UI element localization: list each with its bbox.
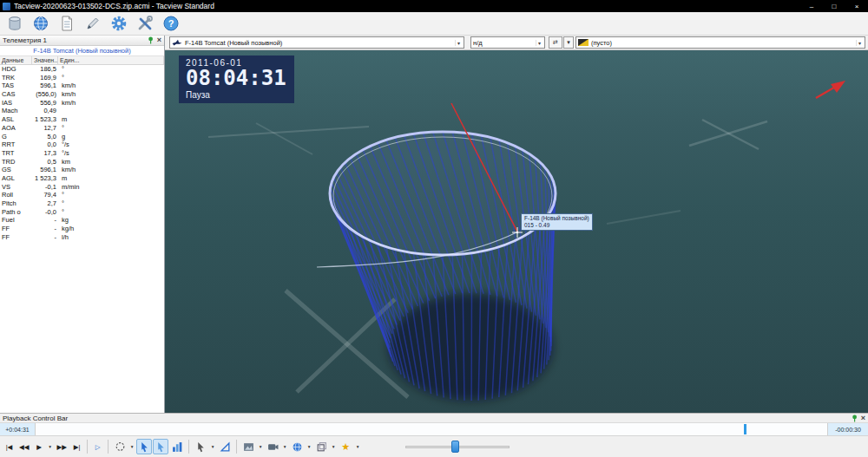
column-header-value[interactable]: Значен... [32,56,58,64]
close-icon[interactable]: × [157,36,161,44]
settings-button[interactable] [107,14,130,34]
camera-view-button[interactable] [265,439,280,454]
chevron-down-icon[interactable]: ▾ [536,40,542,46]
camera-zoom-slider[interactable] [405,440,510,454]
tools-icon [136,15,154,32]
swap-objects-button[interactable]: ⇄ [549,36,562,49]
minimize-button[interactable]: – [800,0,823,12]
time-display: 2011-06-01 08:04:31 Пауза [179,55,294,103]
slider-handle[interactable] [451,441,459,453]
close-icon[interactable]: × [861,415,865,422]
object-options-button[interactable]: ▾ [563,36,574,49]
help-button[interactable]: ? [159,14,182,34]
measure-tool-button[interactable] [217,439,233,454]
camera-dropdown[interactable]: ▾ [281,439,288,454]
playback-bar-header[interactable]: Playback Control Bar × [0,413,868,423]
pointer-dropdown[interactable]: ▾ [209,439,216,454]
fast-forward-button[interactable]: ▶▶ [55,439,70,454]
chevron-down-icon[interactable]: ▾ [455,40,462,46]
telemetry-column-headers[interactable]: Данные Значен... Един... [0,55,164,65]
select-secondary-button[interactable] [153,439,168,454]
table-row[interactable]: G5,0g [0,133,164,141]
aircraft-icon [172,39,182,47]
realtime-play-button[interactable]: ▷ [91,439,104,454]
table-row[interactable]: VS-0,1m/min [0,183,164,192]
secondary-object-label: н/д [473,39,483,47]
table-row[interactable]: Pitch2,7° [0,199,164,208]
lasso-icon [115,441,126,453]
table-row[interactable]: ASL1 523,3m [0,115,164,124]
separator [108,440,108,454]
globe-view-button[interactable] [289,439,305,454]
primary-object-combo[interactable]: F-14B Tomcat (Новый позывной) ▾ [169,36,464,49]
telemetry-panel-header[interactable]: Телеметрия 1 × [0,36,164,46]
open-file-button[interactable] [3,14,26,34]
pin-icon[interactable] [148,36,155,44]
tooltip-detail: 015 - 0.49 [524,222,589,229]
cursor-icon [155,441,167,453]
table-row[interactable]: FF-kg/h [0,225,164,233]
annotate-button[interactable] [81,14,104,34]
chevron-down-icon[interactable]: ▾ [856,40,863,46]
compass-arrow [816,81,845,98]
lasso-select-button[interactable] [112,439,128,454]
table-row[interactable]: IAS556,9km/h [0,99,164,108]
favorites-dropdown[interactable]: ▾ [354,439,361,454]
table-row[interactable]: TRD0,5km [0,158,164,166]
3d-viewport[interactable]: 2011-06-01 08:04:31 Пауза F-14B (Новый п… [165,50,868,413]
tertiary-object-combo[interactable]: (пусто) ▾ [575,36,865,49]
play-button[interactable]: ▶ [33,439,46,454]
hud-status: Пауза [186,90,286,100]
telemetry-panel-title: Телеметрия 1 [3,36,47,44]
globe-icon [32,15,49,32]
object-view-dropdown[interactable]: ▾ [330,439,337,454]
tools-button[interactable] [133,14,156,34]
table-row[interactable]: AGL1 523,3m [0,174,164,183]
table-row[interactable]: AOA12,7° [0,124,164,133]
object-view-button[interactable] [313,439,329,454]
terrain-view-button[interactable] [240,439,256,454]
angle-icon [220,441,231,453]
favorites-button[interactable]: ★ [338,439,353,454]
table-row[interactable]: Path o-0,0° [0,208,164,217]
column-header-data[interactable]: Данные [0,56,32,64]
telemetry-chart-button[interactable] [169,439,185,454]
report-button[interactable] [55,14,78,34]
secondary-object-combo[interactable]: н/д ▾ [470,36,545,49]
skip-to-end-button[interactable]: ▶| [70,439,83,454]
select-primary-button[interactable] [136,439,152,454]
timeline-marker[interactable] [744,424,746,434]
maximize-button[interactable]: □ [823,0,845,12]
table-row[interactable]: TRT17,3°/s [0,149,164,158]
svg-text:?: ? [168,18,174,29]
table-row[interactable]: TAS596,1km/h [0,82,164,90]
table-row[interactable]: CAS(556,0)km/h [0,90,164,99]
column-header-unit[interactable]: Един... [58,56,164,64]
terrain-icon [243,441,254,453]
table-row[interactable]: GS596,1km/h [0,166,164,174]
globe-dropdown[interactable]: ▾ [306,439,312,454]
pointer-icon [195,441,207,453]
timeline-track[interactable] [35,423,828,435]
table-row[interactable]: Roll79,4° [0,191,164,199]
table-row[interactable]: HDG186,5° [0,65,164,74]
table-row[interactable]: Fuel-kg [0,216,164,225]
step-back-button[interactable]: ◀◀ [16,439,32,454]
table-row[interactable]: FF-l/h [0,233,164,242]
telemetry-object-title: F-14B Tomcat (Новый позывной) [0,46,164,55]
titlebar: Tacview-20200623-013502-DCS.zip.acmi - T… [0,0,868,12]
pin-icon[interactable] [852,415,858,422]
play-speed-dropdown[interactable]: ▾ [47,439,54,454]
table-row[interactable]: Mach0,49 [0,107,164,115]
primary-object-label: F-14B Tomcat (Новый позывной) [185,39,282,47]
close-button[interactable]: × [845,0,868,12]
pointer-tool-button[interactable] [193,439,208,454]
table-row[interactable]: RRT0,0°/s [0,140,164,149]
table-row[interactable]: TRK169,9° [0,74,164,82]
online-button[interactable] [29,14,52,34]
separator [236,440,237,454]
lasso-dropdown[interactable]: ▾ [128,439,135,454]
skip-to-start-button[interactable]: |◀ [3,439,16,454]
terrain-dropdown[interactable]: ▾ [257,439,264,454]
database-icon [6,15,23,32]
